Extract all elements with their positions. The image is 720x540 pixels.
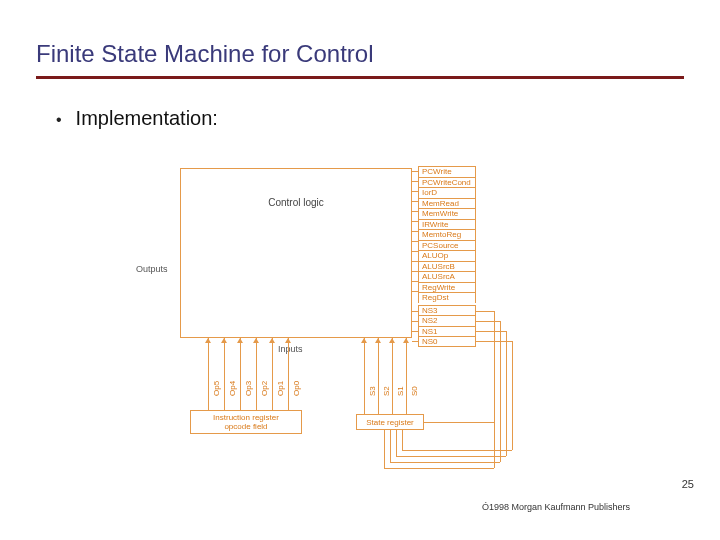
wire [412, 251, 418, 252]
sig-memread: MemRead [418, 198, 476, 209]
wire [424, 422, 494, 423]
wire [272, 338, 273, 410]
wire [406, 338, 407, 414]
copyright: Ó1998 Morgan Kaufmann Publishers [482, 502, 630, 512]
op1-label: Op1 [276, 381, 285, 396]
wire [476, 321, 500, 322]
wire [390, 462, 500, 463]
op5-label: Op5 [212, 381, 221, 396]
wire [412, 341, 418, 342]
arrow-up-icon [361, 338, 367, 343]
wire [412, 241, 418, 242]
wire [240, 338, 241, 410]
wire [384, 468, 494, 469]
arrow-up-icon [205, 338, 211, 343]
sig-regdst: RegDst [418, 292, 476, 303]
wire [476, 341, 512, 342]
sig-pcwrite: PCWrite [418, 166, 476, 177]
op2-label: Op2 [260, 381, 269, 396]
arrow-up-icon [389, 338, 395, 343]
s2-label: S2 [382, 386, 391, 396]
arrow-up-icon [285, 338, 291, 343]
wire [396, 456, 506, 457]
s0-label: S0 [410, 386, 419, 396]
title-underline [36, 76, 684, 79]
wire [378, 338, 379, 414]
wire [390, 430, 391, 462]
sig-ns1: NS1 [418, 326, 476, 337]
sig-memwrite: MemWrite [418, 208, 476, 219]
wire [512, 341, 513, 450]
arrow-up-icon [403, 338, 409, 343]
bullet-row: • Implementation: [56, 107, 684, 130]
op4-label: Op4 [228, 381, 237, 396]
sig-memtoreg: MemtoReg [418, 229, 476, 240]
wire [412, 321, 418, 322]
wire [402, 450, 512, 451]
wire [208, 338, 209, 410]
s1-label: S1 [396, 386, 405, 396]
wire [396, 430, 397, 456]
sig-ns3: NS3 [418, 305, 476, 316]
arrow-up-icon [237, 338, 243, 343]
control-logic-label: Control logic [268, 197, 324, 208]
arrow-up-icon [221, 338, 227, 343]
arrow-up-icon [253, 338, 259, 343]
wire [364, 338, 365, 414]
sig-alusrca: ALUSrcA [418, 271, 476, 282]
wire [288, 338, 289, 410]
slide-title: Finite State Machine for Control [36, 40, 684, 68]
sig-ns0: NS0 [418, 336, 476, 347]
wire [412, 201, 418, 202]
arrow-up-icon [375, 338, 381, 343]
wire [412, 261, 418, 262]
bullet-dot: • [56, 111, 62, 129]
page-number: 25 [682, 478, 694, 490]
wire [256, 338, 257, 410]
sig-pcwritecond: PCWriteCond [418, 177, 476, 188]
wire [476, 311, 494, 312]
wire [412, 171, 418, 172]
wire [476, 331, 506, 332]
wire [500, 321, 501, 462]
wire [402, 430, 403, 450]
sig-iord: IorD [418, 187, 476, 198]
slide: Finite State Machine for Control • Imple… [0, 0, 720, 540]
sig-regwrite: RegWrite [418, 282, 476, 293]
sig-aluop: ALUOp [418, 250, 476, 261]
arrow-up-icon [269, 338, 275, 343]
wire [412, 271, 418, 272]
instr-l2: opcode field [224, 422, 267, 431]
sig-ns2: NS2 [418, 315, 476, 326]
wire [412, 281, 418, 282]
wire [412, 331, 418, 332]
s3-label: S3 [368, 386, 377, 396]
sig-alusrcb: ALUSrcB [418, 261, 476, 272]
sig-pcsource: PCSource [418, 240, 476, 251]
wire [412, 311, 418, 312]
control-logic-box: Control logic [180, 168, 412, 338]
wire [494, 422, 495, 468]
bullet-text: Implementation: [76, 107, 218, 130]
wire [412, 291, 418, 292]
wire [412, 211, 418, 212]
wire [412, 231, 418, 232]
wire [224, 338, 225, 410]
instruction-register-box: Instruction register opcode field [190, 410, 302, 434]
wire [392, 338, 393, 414]
wire [506, 331, 507, 456]
op3-label: Op3 [244, 381, 253, 396]
wire [412, 181, 418, 182]
output-signal-list: PCWrite PCWriteCond IorD MemRead MemWrit… [418, 166, 476, 347]
state-register-box: State register [356, 414, 424, 430]
op0-label: Op0 [292, 381, 301, 396]
wire [412, 221, 418, 222]
instr-l1: Instruction register [213, 413, 279, 422]
wire [412, 191, 418, 192]
inputs-label: Inputs [278, 344, 303, 354]
sig-irwrite: IRWrite [418, 219, 476, 230]
fsm-diagram: Control logic Outputs Inputs PCWrite PCW… [180, 168, 580, 488]
outputs-label: Outputs [136, 264, 168, 274]
wire [384, 430, 385, 468]
